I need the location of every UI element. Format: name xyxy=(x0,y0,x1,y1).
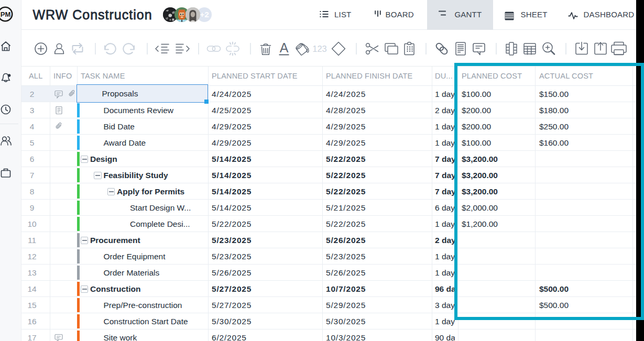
svg-text:A: A xyxy=(280,40,289,55)
svg-text:PM: PM xyxy=(1,10,11,18)
svg-text:123: 123 xyxy=(312,44,327,53)
